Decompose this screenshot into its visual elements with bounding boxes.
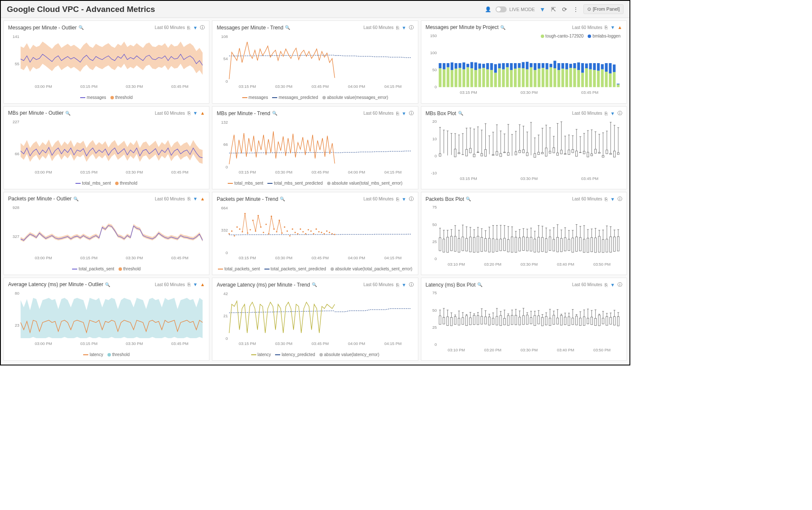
svg-rect-22	[447, 67, 449, 87]
legend: tough-canto-172920bmlabs-loggen	[541, 34, 621, 38]
warn-icon[interactable]: ▲	[618, 25, 622, 30]
info-icon[interactable]: ⓘ	[409, 281, 414, 288]
svg-rect-99	[597, 63, 599, 71]
filter-icon[interactable]: ▼	[193, 25, 197, 30]
svg-rect-104	[609, 73, 611, 87]
export-icon[interactable]: ⎘	[188, 196, 191, 201]
search-icon[interactable]: 🔍	[285, 25, 290, 30]
svg-rect-58	[518, 68, 520, 87]
svg-text:03:45 PM: 03:45 PM	[581, 176, 598, 181]
filter-icon[interactable]: ▼	[402, 197, 406, 202]
export-icon[interactable]: ⎘	[605, 197, 608, 202]
export-icon[interactable]: ⎘	[396, 197, 399, 202]
user-icon[interactable]: 👤	[485, 6, 491, 12]
filter-icon[interactable]: ▼	[193, 110, 198, 116]
svg-rect-195	[519, 150, 520, 153]
search-icon[interactable]: 🔍	[105, 282, 110, 287]
legend-item: threshold	[107, 352, 130, 357]
svg-text:03:40 PM: 03:40 PM	[557, 348, 574, 352]
share-icon[interactable]: ⇱	[550, 6, 557, 13]
warn-icon[interactable]: ▲	[200, 196, 205, 201]
search-icon[interactable]: 🔍	[466, 197, 471, 201]
export-icon[interactable]: ⎘	[188, 282, 191, 287]
search-icon[interactable]: 🔍	[500, 25, 505, 30]
chart-body[interactable]: 05410803:15 PM03:30 PM03:45 PM04:00 PM04…	[217, 32, 413, 94]
warn-icon[interactable]: ▲	[200, 282, 205, 287]
chart-body[interactable]: 238003:00 PM03:15 PM03:30 PM03:45 PM	[8, 289, 205, 351]
filter-icon[interactable]: ▼	[610, 111, 615, 116]
panel-header: Messages per Minute by Project🔍 Last 60 …	[426, 24, 622, 30]
filter-icon[interactable]: ▼	[193, 282, 198, 287]
svg-text:327: 327	[12, 234, 19, 239]
search-icon[interactable]: 🔍	[458, 111, 463, 116]
export-icon[interactable]: ⎘	[605, 282, 608, 287]
chart-body[interactable]: 32792803:00 PM03:15 PM03:30 PM03:45 PM	[8, 203, 205, 266]
filter-icon[interactable]: ▼	[610, 25, 615, 30]
chart-body[interactable]: 06613203:15 PM03:30 PM03:45 PM04:00 PM04…	[217, 118, 413, 180]
more-icon[interactable]: ⋮	[572, 6, 579, 13]
svg-rect-62	[526, 70, 528, 87]
toggle-switch[interactable]	[496, 6, 507, 12]
search-icon[interactable]: 🔍	[73, 197, 78, 201]
filter-icon[interactable]: ▼	[610, 282, 615, 287]
svg-text:03:15 PM: 03:15 PM	[239, 255, 256, 260]
search-icon[interactable]: 🔍	[272, 111, 277, 116]
info-icon[interactable]: ⓘ	[409, 110, 414, 116]
chart-body[interactable]: 5514103:00 PM03:15 PM03:30 PM03:45 PM	[8, 32, 205, 94]
legend-item: threshold	[110, 95, 133, 100]
panel-mbs_box: MBs Box Plot🔍 Last 60 Minutes⎘▼ⓘ -100102…	[421, 106, 627, 189]
chart-body[interactable]: 0214203:15 PM03:30 PM03:45 PM04:00 PM04:…	[217, 290, 413, 351]
filter-icon[interactable]: ▼	[402, 282, 406, 287]
live-mode-toggle[interactable]: LIVE MODE	[496, 6, 535, 12]
svg-rect-21	[443, 63, 445, 69]
svg-rect-383	[484, 238, 486, 251]
legend: latencylatency_predictedabsolute value(l…	[217, 352, 413, 357]
chart-body[interactable]: 025507503:10 PM03:20 PM03:30 PM03:40 PM0…	[426, 204, 622, 271]
time-range: Last 60 Minutes	[155, 282, 185, 287]
svg-rect-517	[443, 317, 444, 324]
chart-body[interactable]: 6622703:00 PM03:15 PM03:30 PM03:45 PM	[8, 118, 205, 180]
refresh-icon[interactable]: ⟳	[561, 6, 568, 13]
chart-body[interactable]: tough-canto-172920bmlabs-loggen 05010015…	[426, 32, 622, 100]
filter-icon[interactable]: ▼	[402, 25, 406, 30]
svg-rect-529	[458, 318, 460, 325]
export-icon[interactable]: ⎘	[605, 111, 608, 116]
export-icon[interactable]: ⎘	[188, 110, 191, 116]
svg-rect-461	[583, 239, 585, 252]
export-icon[interactable]: ⎘	[187, 25, 190, 30]
svg-rect-538	[469, 318, 471, 325]
chart-body[interactable]: 025507503:10 PM03:20 PM03:30 PM03:40 PM0…	[426, 290, 622, 357]
warn-icon[interactable]: ▲	[200, 110, 205, 116]
search-icon[interactable]: 🔍	[65, 111, 70, 116]
svg-rect-159	[473, 154, 475, 157]
info-icon[interactable]: ⓘ	[618, 196, 622, 202]
filter-icon[interactable]: ▼	[539, 6, 546, 13]
chart-body[interactable]: 033266403:15 PM03:30 PM03:45 PM04:00 PM0…	[217, 204, 413, 266]
svg-rect-598	[545, 316, 547, 325]
export-icon[interactable]: ⎘	[396, 25, 399, 30]
svg-rect-56	[514, 69, 516, 87]
info-icon[interactable]: ⓘ	[409, 24, 414, 31]
filter-icon[interactable]: ▼	[610, 197, 615, 202]
panel-mbs_trend: MBs per Minute - Trend🔍 Last 60 Minutes⎘…	[212, 106, 418, 189]
svg-text:0: 0	[435, 256, 437, 261]
svg-text:03:15 PM: 03:15 PM	[239, 170, 256, 174]
svg-rect-467	[591, 238, 592, 252]
info-icon[interactable]: ⓘ	[409, 196, 414, 202]
search-icon[interactable]: 🔍	[280, 197, 285, 201]
filter-icon[interactable]: ▼	[193, 196, 198, 201]
panel-meta: Last 60 Minutes⎘▼▲	[572, 25, 622, 30]
search-icon[interactable]: 🔍	[477, 282, 482, 287]
from-panel-button[interactable]: ⊙[From Panel]	[583, 4, 624, 14]
info-icon[interactable]: ⓘ	[618, 281, 622, 288]
export-icon[interactable]: ⎘	[396, 111, 399, 116]
svg-rect-180	[499, 154, 501, 156]
export-icon[interactable]: ⎘	[605, 25, 608, 30]
export-icon[interactable]: ⎘	[396, 282, 399, 287]
chart-body[interactable]: -100102003:15 PM03:30 PM03:45 PM	[426, 118, 622, 185]
search-icon[interactable]: 🔍	[78, 25, 84, 30]
info-icon[interactable]: ⓘ	[200, 24, 205, 31]
search-icon[interactable]: 🔍	[312, 282, 317, 287]
filter-icon[interactable]: ▼	[402, 111, 406, 116]
info-icon[interactable]: ⓘ	[618, 110, 622, 116]
